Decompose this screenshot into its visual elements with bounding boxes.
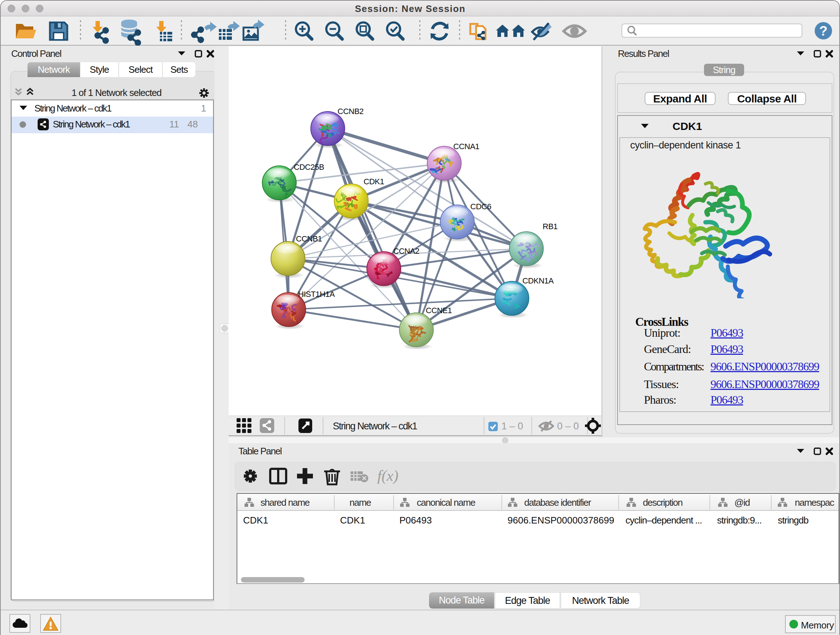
- svg-text:namespac: namespac: [795, 497, 834, 508]
- svg-text:CCNA2: CCNA2: [393, 247, 419, 256]
- svg-text:f(x): f(x): [377, 467, 398, 485]
- svg-text:?: ?: [819, 24, 828, 38]
- svg-text:CCNB1: CCNB1: [296, 234, 322, 243]
- svg-text:@id: @id: [734, 497, 750, 508]
- svg-text:RB1: RB1: [543, 222, 558, 231]
- svg-text:CCNB2: CCNB2: [338, 107, 363, 116]
- svg-text:HIST1H1A: HIST1H1A: [298, 290, 335, 299]
- svg-text:CDKN1A: CDKN1A: [523, 276, 554, 285]
- svg-text:CCNA1: CCNA1: [453, 142, 479, 151]
- svg-text:shared name: shared name: [261, 497, 309, 508]
- svg-text:1 – 0: 1 – 0: [501, 421, 523, 432]
- svg-text:0 – 0: 0 – 0: [557, 421, 579, 432]
- svg-text:database identifier: database identifier: [524, 497, 592, 508]
- svg-text:description: description: [643, 497, 682, 508]
- svg-text:String Network – cdk1: String Network – cdk1: [333, 421, 417, 432]
- svg-text:CDC6: CDC6: [470, 202, 491, 211]
- svg-text:canonical name: canonical name: [417, 497, 475, 508]
- svg-text:name: name: [349, 497, 371, 508]
- svg-text:CDC25B: CDC25B: [294, 163, 324, 172]
- svg-text:CDK1: CDK1: [363, 177, 384, 186]
- svg-text:CCNE1: CCNE1: [426, 306, 452, 315]
